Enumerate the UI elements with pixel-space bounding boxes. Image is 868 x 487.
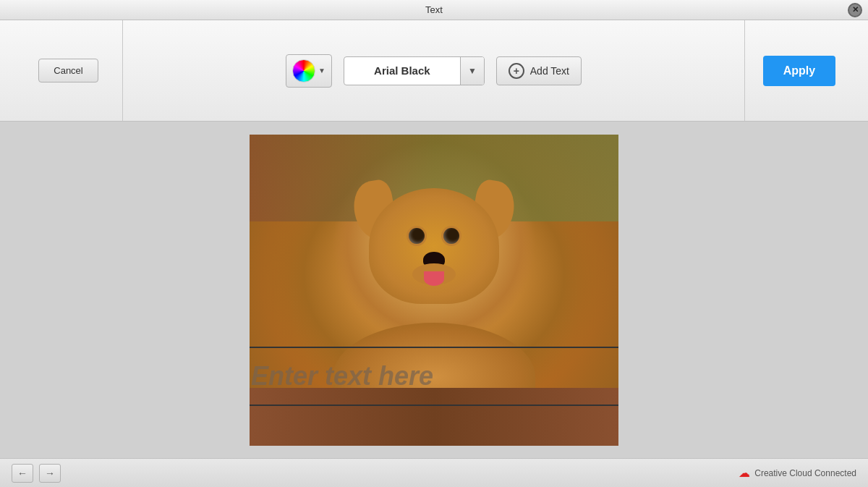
dog-head: [369, 188, 499, 304]
cloud-status: ☁ Creative Cloud Connected: [739, 466, 856, 480]
bottom-bar: ← → ☁ Creative Cloud Connected: [0, 458, 868, 487]
back-button[interactable]: ←: [12, 464, 33, 483]
dog-tongue: [424, 271, 444, 286]
image-container: Enter text here ✕ ↺: [250, 135, 618, 446]
close-button[interactable]: ✕: [848, 3, 862, 17]
cloud-icon: ☁: [739, 466, 750, 480]
window-title: Text: [425, 4, 443, 15]
toolbar-center: ▼ Arial Black ▼ + Add Text: [123, 20, 745, 121]
apply-button[interactable]: Apply: [763, 56, 835, 86]
forward-button[interactable]: →: [39, 464, 61, 483]
dog-face: [354, 181, 514, 340]
nav-arrows: ← →: [12, 464, 61, 483]
text-overlay-container: Enter text here ✕ ↺: [250, 347, 618, 406]
cloud-status-label: Creative Cloud Connected: [754, 468, 856, 478]
font-selector[interactable]: Arial Black ▼: [344, 56, 485, 85]
cancel-button[interactable]: Cancel: [38, 59, 98, 82]
font-dropdown-arrow-icon: ▼: [468, 66, 477, 76]
toolbar-right: Apply: [745, 20, 854, 121]
add-text-button[interactable]: + Add Text: [496, 56, 582, 85]
text-placeholder[interactable]: Enter text here: [251, 361, 433, 391]
color-wheel-icon: [292, 59, 315, 82]
toolbar-left: Cancel: [14, 20, 123, 121]
puppy-image: Enter text here ✕ ↺: [250, 135, 618, 446]
dog-eye-left: [409, 228, 425, 244]
font-name-label: Arial Black: [344, 64, 460, 77]
text-box[interactable]: Enter text here ✕ ↺: [250, 347, 618, 406]
add-text-label: Add Text: [530, 65, 569, 77]
font-dropdown-button[interactable]: ▼: [460, 57, 484, 85]
plus-circle-icon: +: [509, 63, 524, 79]
color-dropdown-arrow-icon: ▼: [318, 67, 326, 75]
canvas-area: Enter text here ✕ ↺: [0, 122, 868, 458]
color-picker-button[interactable]: ▼: [286, 54, 332, 88]
title-bar: Text ✕: [0, 0, 868, 20]
dog-eye-right: [443, 228, 459, 244]
toolbar: Cancel ▼ Arial Black ▼ + Add Text Apply: [0, 20, 868, 122]
